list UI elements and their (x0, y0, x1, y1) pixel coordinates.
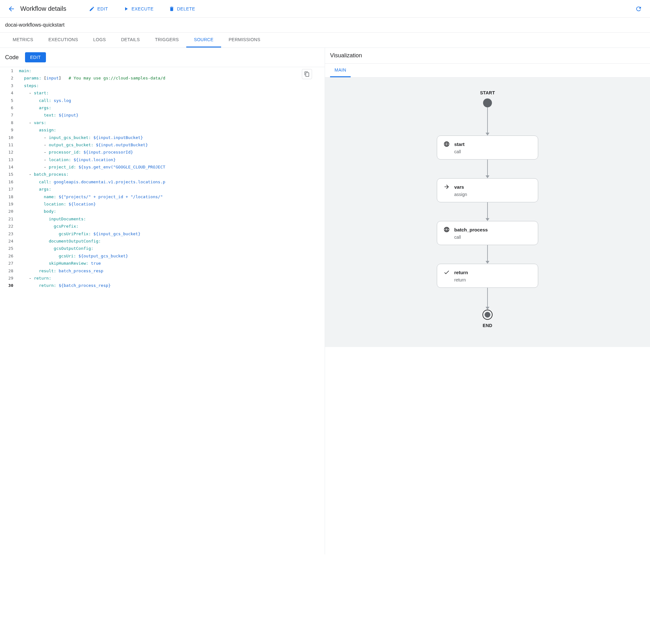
flow-node-start[interactable]: startcall (437, 136, 538, 160)
tab-metrics[interactable]: METRICS (5, 33, 41, 47)
code-edit-button[interactable]: EDIT (25, 52, 46, 62)
tab-logs[interactable]: LOGS (85, 33, 113, 47)
arrow-left-icon (8, 5, 15, 13)
edit-label: EDIT (97, 6, 108, 11)
tab-permissions[interactable]: PERMISSIONS (221, 33, 268, 47)
start-label: START (480, 90, 495, 95)
flow-arrow (485, 288, 490, 310)
pencil-icon (89, 6, 95, 12)
tab-triggers[interactable]: TRIGGERS (147, 33, 186, 47)
code-editor[interactable]: 1main:2 params: [input] # You may use gs… (0, 67, 325, 290)
code-line: 10 - input_gcs_bucket: ${input.inputBuck… (0, 134, 325, 141)
code-line: 5 call: sys.log (0, 97, 325, 104)
back-button[interactable] (5, 3, 18, 15)
refresh-button[interactable] (632, 3, 645, 15)
flow-node-return[interactable]: returnreturn (437, 264, 538, 288)
delete-label: DELETE (177, 6, 195, 11)
start-node (483, 99, 492, 107)
code-line: 8 - vars: (0, 119, 325, 126)
play-icon (123, 6, 129, 12)
code-line: 16 call: googleapis.documentai.v1.projec… (0, 178, 325, 186)
vis-tab-main[interactable]: MAIN (330, 64, 351, 77)
code-line: 26 gcsUri: ${output_gcs_bucket} (0, 252, 325, 260)
visualization-canvas: STARTstartcallvarsassignbatch_processcal… (325, 78, 650, 347)
code-line: 3 steps: (0, 82, 325, 89)
code-line: 30 return: ${batch_process_resp} (0, 282, 325, 289)
code-line: 28 result: batch_process_resp (0, 267, 325, 274)
code-line: 25 gcsOutputConfig: (0, 245, 325, 252)
flow-node-batch_process[interactable]: batch_processcall (437, 221, 538, 245)
trash-icon (169, 6, 175, 12)
flow-arrow (485, 202, 490, 221)
code-line: 1main: (0, 67, 325, 74)
code-line: 29 - return: (0, 274, 325, 282)
code-line: 6 args: (0, 104, 325, 111)
code-line: 13 - location: ${input.location} (0, 156, 325, 163)
code-line: 14 - project_id: ${sys.get_env("GOOGLE_C… (0, 163, 325, 171)
code-line: 24 documentOutputConfig: (0, 237, 325, 245)
code-line: 17 args: (0, 186, 325, 193)
tab-source[interactable]: SOURCE (186, 33, 221, 47)
delete-action[interactable]: DELETE (165, 3, 199, 14)
code-line: 11 - output_gcs_bucket: ${input.outputBu… (0, 141, 325, 149)
page-title: Workflow details (20, 5, 66, 12)
tab-executions[interactable]: EXECUTIONS (41, 33, 86, 47)
code-line: 22 gcsPrefix: (0, 223, 325, 230)
code-line: 2 params: [input] # You may use gs://clo… (0, 74, 325, 82)
tab-details[interactable]: DETAILS (113, 33, 147, 47)
visualization-title: Visualization (325, 48, 650, 64)
execute-label: EXECUTE (132, 6, 154, 11)
flow-node-vars[interactable]: varsassign (437, 178, 538, 202)
refresh-icon (635, 5, 642, 12)
workflow-name: docai-workflows-quickstart (0, 18, 650, 33)
end-node (482, 310, 493, 320)
copy-button[interactable] (302, 69, 312, 79)
copy-icon (304, 71, 310, 77)
code-line: 19 location: ${location} (0, 200, 325, 208)
end-label: END (483, 323, 492, 328)
code-line: 20 body: (0, 208, 325, 215)
code-line: 7 text: ${input} (0, 111, 325, 119)
code-line: 18 name: ${"projects/" + project_id + "/… (0, 193, 325, 200)
flow-arrow (485, 160, 490, 178)
code-line: 12 - processor_id: ${input.processorId} (0, 149, 325, 156)
code-line: 21 inputDocuments: (0, 215, 325, 223)
code-line: 9 assign: (0, 126, 325, 134)
code-line: 4 - start: (0, 89, 325, 97)
main-tabs: METRICSEXECUTIONSLOGSDETAILSTRIGGERSSOUR… (0, 33, 650, 48)
code-line: 15 - batch_process: (0, 171, 325, 178)
code-line: 27 skipHumanReview: true (0, 260, 325, 267)
edit-action[interactable]: EDIT (85, 3, 112, 14)
flow-arrow (485, 245, 490, 264)
code-panel-title: Code (5, 54, 19, 61)
code-line: 23 gcsUriPrefix: ${input_gcs_bucket} (0, 230, 325, 237)
flow-arrow (485, 107, 490, 136)
execute-action[interactable]: EXECUTE (119, 3, 157, 14)
